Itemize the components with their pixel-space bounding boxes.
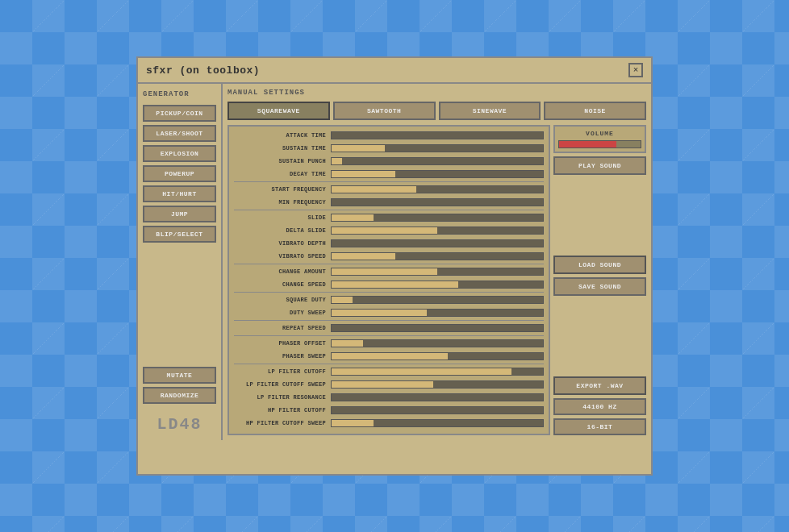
gen-btn-jump[interactable]: JUMP — [143, 206, 216, 222]
slider-right-fill — [332, 394, 543, 401]
play-sound-button[interactable]: PLAY SOUND — [553, 156, 646, 175]
slider-track[interactable] — [331, 380, 544, 389]
slider-right-fill — [332, 199, 543, 206]
slider-right-fill — [374, 420, 543, 426]
slider-right-fill — [385, 145, 544, 152]
slider-label: CHANGE SPEED — [234, 281, 331, 288]
slider-label: DECAY TIME — [234, 171, 331, 177]
slider-track[interactable] — [331, 170, 544, 178]
slider-track[interactable] — [331, 239, 544, 247]
gen-btn-blip-select[interactable]: BLIP/SELECT — [143, 226, 216, 243]
slider-fill — [332, 253, 395, 260]
slider-track[interactable] — [331, 198, 544, 206]
wave-buttons: SQUAREWAVESAWTOOTHSINEWAVENOISE — [228, 102, 646, 120]
gen-btn-explosion[interactable]: EXPLOSION — [143, 145, 216, 162]
slider-row-lp-filter-resonance: LP FILTER RESONANCE — [234, 392, 544, 403]
slider-right-fill — [427, 310, 543, 316]
slider-fill — [332, 186, 416, 193]
manual-settings-label: MANUAL SETTINGS — [228, 89, 646, 97]
slider-track[interactable] — [331, 419, 544, 427]
slider-label: HP FILTER CUTOFF SWEEP — [234, 420, 331, 426]
logo: LD48 — [143, 407, 216, 434]
slider-track[interactable] — [331, 296, 544, 304]
slider-label: PHASER SWEEP — [234, 353, 331, 360]
slider-track[interactable] — [331, 406, 544, 414]
slider-divider — [234, 320, 544, 321]
main-area: MANUAL SETTINGS SQUAREWAVESAWTOOTHSINEWA… — [223, 84, 651, 440]
slider-track[interactable] — [331, 157, 544, 165]
sliders-panel: ATTACK TIMESUSTAIN TIMESUSTAIN PUNCHDECA… — [228, 125, 550, 435]
volume-slider[interactable] — [558, 140, 641, 148]
slider-fill — [332, 158, 342, 164]
slider-row-vibrato-depth: VIBRATO DEPTH — [234, 238, 544, 249]
slider-row-change-speed: CHANGE SPEED — [234, 279, 544, 290]
slider-label: SUSTAIN PUNCH — [234, 158, 331, 164]
slider-track[interactable] — [331, 214, 544, 222]
wave-btn-squarewave[interactable]: SQUAREWAVE — [228, 102, 330, 120]
slider-track[interactable] — [331, 281, 544, 289]
load-sound-button[interactable]: LOAD SOUND — [553, 256, 646, 274]
slider-right-fill — [448, 353, 543, 360]
slider-row-duty-sweep: DUTY SWEEP — [234, 307, 544, 318]
slider-label: ATTACK TIME — [234, 132, 331, 139]
slider-fill — [332, 214, 374, 221]
slider-divider — [234, 364, 544, 364]
slider-right-fill — [511, 368, 543, 375]
slider-label: PHASER OFFSET — [234, 340, 331, 347]
gen-btn-laser-shoot[interactable]: LASER/SHOOT — [143, 125, 216, 142]
slider-fill — [332, 340, 363, 347]
slider-row-square-duty: SQUARE DUTY — [234, 294, 544, 305]
slider-track[interactable] — [331, 393, 544, 401]
slider-track[interactable] — [331, 352, 544, 360]
slider-label: CHANGE AMOUNT — [234, 268, 331, 275]
sample-rate-button[interactable]: 44100 HZ — [553, 398, 646, 415]
wave-btn-sinewave[interactable]: SINEWAVE — [439, 102, 541, 120]
slider-right-fill — [332, 407, 543, 414]
slider-row-min-frequency: MIN FREQUENCY — [234, 197, 544, 208]
save-sound-button[interactable]: SAVE SOUND — [553, 277, 646, 296]
randomize-button[interactable]: RANDOMIZE — [143, 387, 216, 404]
mutate-button[interactable]: MUTATE — [143, 367, 216, 384]
slider-right-fill — [437, 227, 543, 234]
slider-right-fill — [416, 186, 543, 193]
slider-right-fill — [437, 268, 543, 275]
wave-btn-sawtooth[interactable]: SAWTOOTH — [333, 102, 436, 120]
slider-fill — [332, 353, 448, 360]
slider-track[interactable] — [331, 309, 544, 317]
slider-track[interactable] — [331, 144, 544, 152]
bit-depth-button[interactable]: 16-BIT — [553, 418, 646, 435]
slider-row-decay-time: DECAY TIME — [234, 168, 544, 180]
slider-label: START FREQUENCY — [234, 186, 331, 193]
slider-row-start-frequency: START FREQUENCY — [234, 184, 544, 195]
gen-btn-hit-hurt[interactable]: HIT/HURT — [143, 185, 216, 202]
gen-btn-pickup-coin[interactable]: PICKUP/COIN — [143, 105, 216, 122]
slider-right-fill — [458, 281, 543, 288]
slider-right-fill — [374, 214, 543, 221]
export-wav-button[interactable]: EXPORT .WAV — [553, 376, 646, 395]
slider-label: LP FILTER CUTOFF — [234, 368, 331, 375]
gen-btn-powerup[interactable]: POWERUP — [143, 165, 216, 182]
close-button[interactable]: × — [628, 63, 643, 77]
slider-track[interactable] — [331, 185, 544, 193]
window-body: GENERATOR PICKUP/COINLASER/SHOOTEXPLOSIO… — [138, 84, 651, 440]
slider-fill — [332, 227, 437, 234]
slider-track[interactable] — [331, 252, 544, 260]
slider-row-phaser-offset: PHASER OFFSET — [234, 338, 544, 349]
slider-fill — [332, 268, 437, 275]
slider-track[interactable] — [331, 227, 544, 235]
main-window: sfxr (on toolbox) × GENERATOR PICKUP/COI… — [136, 56, 653, 476]
slider-track[interactable] — [331, 324, 544, 332]
slider-row-delta-slide: DELTA SLIDE — [234, 225, 544, 236]
volume-fill — [559, 141, 616, 148]
slider-row-phaser-sweep: PHASER SWEEP — [234, 351, 544, 362]
slider-track[interactable] — [331, 368, 544, 376]
generator-buttons: PICKUP/COINLASER/SHOOTEXPLOSIONPOWERUPHI… — [143, 105, 216, 243]
slider-divider — [234, 292, 544, 293]
slider-row-sustain-time: SUSTAIN TIME — [234, 143, 544, 154]
slider-track[interactable] — [331, 339, 544, 347]
slider-fill — [332, 381, 433, 388]
wave-btn-noise[interactable]: NOISE — [544, 102, 646, 120]
slider-track[interactable] — [331, 268, 544, 276]
slider-label: DUTY SWEEP — [234, 310, 331, 316]
slider-track[interactable] — [331, 131, 544, 139]
